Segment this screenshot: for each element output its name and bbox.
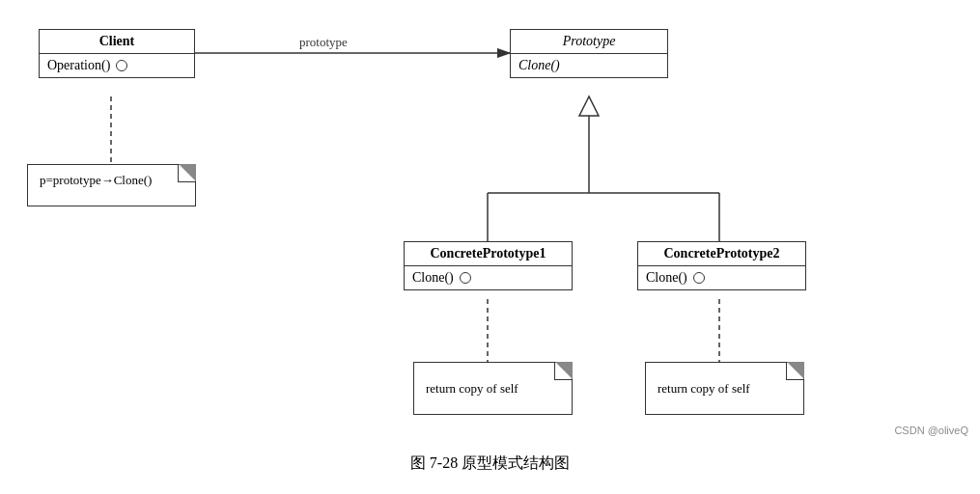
client-operation-label: Operation() [47, 58, 110, 73]
client-body: Operation() [40, 54, 194, 77]
svg-marker-8 [579, 96, 599, 116]
prototype-body: Clone() [511, 54, 667, 77]
diagram-caption: 图 7-28 原型模式结构图 [0, 444, 980, 478]
concrete2-body: Clone() [638, 266, 805, 289]
concrete1-header: ConcretePrototype1 [405, 242, 572, 266]
concrete1-body: Clone() [405, 266, 572, 289]
note-concrete2-corner [786, 363, 803, 380]
concrete2-header: ConcretePrototype2 [638, 242, 805, 266]
concrete2-box: ConcretePrototype2 Clone() [637, 241, 806, 290]
concrete1-lollipop [460, 272, 471, 284]
concrete2-lollipop [693, 272, 705, 284]
note-client-corner [178, 165, 195, 182]
prototype-header: Prototype [511, 30, 667, 54]
client-lollipop [116, 60, 127, 71]
note-concrete1-text: return copy of self [426, 381, 518, 397]
note-concrete2-text: return copy of self [658, 381, 750, 397]
note-client-text: p=prototype→Clone() [40, 173, 152, 187]
note-concrete2: return copy of self [645, 362, 804, 415]
prototype-clone-label: Clone() [518, 58, 560, 73]
prototype-box: Prototype Clone() [510, 29, 668, 78]
watermark: CSDN @oliveQ [894, 425, 968, 436]
concrete1-clone-label: Clone() [412, 270, 454, 286]
note-concrete1: return copy of self [413, 362, 573, 415]
concrete1-box: ConcretePrototype1 Clone() [404, 241, 573, 290]
note-client: p=prototype→Clone() [27, 164, 196, 206]
concrete2-clone-label: Clone() [646, 270, 687, 286]
client-header: Client [40, 30, 194, 54]
svg-text:prototype: prototype [299, 35, 348, 49]
note-concrete1-corner [554, 363, 572, 380]
client-box: Client Operation() [39, 29, 195, 78]
